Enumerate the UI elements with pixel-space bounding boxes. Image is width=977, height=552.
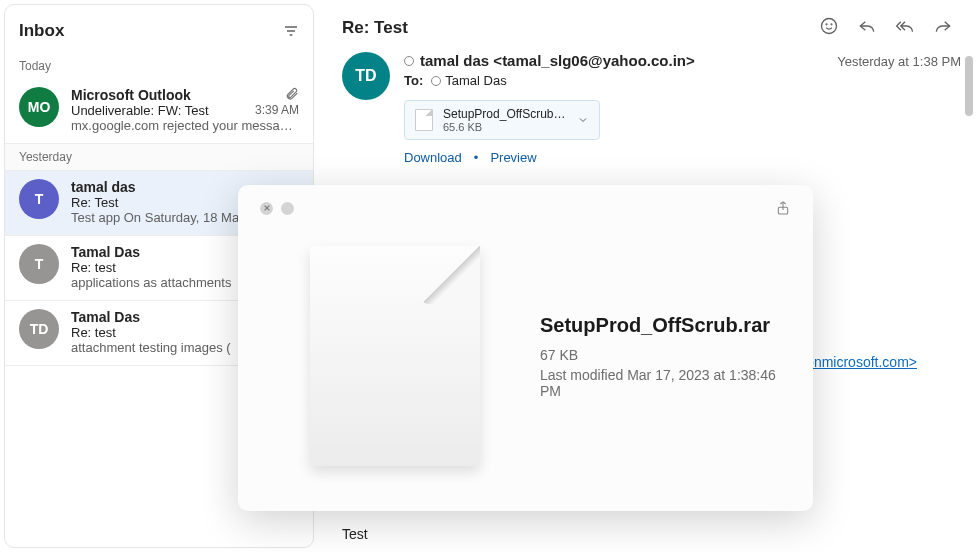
reply-all-icon[interactable] (895, 16, 915, 36)
react-icon[interactable] (819, 16, 839, 36)
avatar: TD (19, 309, 59, 349)
separator: • (474, 150, 479, 165)
quicklook-modified: Last modified Mar 17, 2023 at 1:38:46 PM (540, 367, 781, 399)
to-label: To: (404, 73, 423, 88)
presence-icon (431, 76, 441, 86)
file-preview-icon (310, 246, 480, 466)
section-today: Today (5, 51, 313, 79)
attachment-card[interactable]: SetupProd_OffScrub… 65.6 KB (404, 100, 600, 140)
quicklook-size: 67 KB (540, 347, 781, 363)
close-button[interactable] (260, 202, 273, 215)
filter-icon[interactable] (283, 23, 299, 39)
scrollbar-thumb[interactable] (965, 56, 973, 116)
svg-point-5 (831, 24, 832, 25)
message-date: Yesterday at 1:38 PM (837, 52, 961, 165)
attachment-name: SetupProd_OffScrub… (443, 107, 567, 121)
body-link-fragment[interactable]: .onmicrosoft.com> (802, 354, 917, 370)
message-preview: mx.google.com rejected your messa… (71, 118, 299, 133)
avatar: T (19, 179, 59, 219)
folder-title: Inbox (19, 21, 64, 41)
reply-icon[interactable] (857, 16, 877, 36)
reader-subject: Re: Test (342, 8, 408, 38)
window-button[interactable] (281, 202, 294, 215)
svg-point-4 (826, 24, 827, 25)
message-time: 3:39 AM (255, 103, 299, 117)
forward-icon[interactable] (933, 16, 953, 36)
file-icon (415, 109, 433, 131)
message-body: Test (342, 516, 961, 552)
presence-icon (404, 56, 414, 66)
share-icon[interactable] (775, 199, 791, 217)
message-item[interactable]: MO Microsoft Outlook Undeliverable: FW: … (5, 79, 313, 143)
quicklook-popover: SetupProd_OffScrub.rar 67 KB Last modifi… (238, 185, 813, 511)
download-link[interactable]: Download (404, 150, 462, 165)
sender-avatar: TD (342, 52, 390, 100)
attachment-size: 65.6 KB (443, 121, 567, 133)
section-yesterday: Yesterday (5, 143, 313, 171)
to-recipient: Tamal Das (431, 73, 506, 88)
attachment-icon (285, 87, 299, 101)
svg-point-3 (822, 19, 837, 34)
preview-link[interactable]: Preview (490, 150, 536, 165)
chevron-down-icon[interactable] (577, 114, 589, 126)
quicklook-filename: SetupProd_OffScrub.rar (540, 314, 781, 337)
sender-name: tamal das <tamal_slg06@yahoo.co.in> (420, 52, 695, 69)
avatar: MO (19, 87, 59, 127)
avatar: T (19, 244, 59, 284)
